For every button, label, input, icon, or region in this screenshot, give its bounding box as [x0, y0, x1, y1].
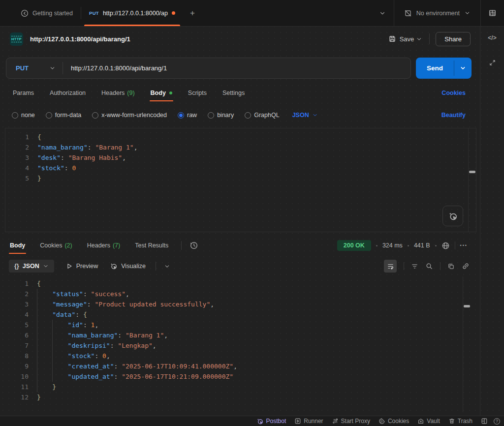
url-builder: PUT http://127.0.0.1:8000/api/barang/1	[6, 58, 411, 79]
statusbar-cookies[interactable]: Cookies	[378, 418, 409, 425]
save-options-button[interactable]	[416, 36, 422, 42]
line-number: 6	[5, 330, 29, 340]
divider	[429, 33, 430, 44]
tab-headers[interactable]: Headers(9)	[100, 83, 136, 103]
runner-label: Runner	[304, 418, 323, 425]
postbot-button[interactable]	[442, 206, 463, 226]
chevron-down-icon[interactable]	[464, 10, 471, 16]
runner-icon	[294, 418, 301, 425]
code-line: 5"id": 1,	[5, 320, 476, 330]
response-history-button[interactable]	[189, 241, 198, 250]
code-snippet-button[interactable]: </>	[488, 34, 496, 41]
tab-scripts[interactable]: Scripts	[187, 83, 208, 103]
environment-selector[interactable]: No environment	[394, 0, 480, 26]
wrap-lines-button[interactable]	[384, 260, 397, 273]
link-button[interactable]	[462, 262, 470, 270]
response-body-code: 1{2"status": "success",3"message": "Prod…	[5, 278, 476, 402]
request-body-editor[interactable]: 1{2"nama_barang": "Barang 1",3"desk": "B…	[5, 128, 476, 232]
send-button[interactable]: Send	[416, 58, 454, 79]
response-actions	[384, 260, 470, 273]
vault-label: Vault	[427, 418, 440, 425]
code-line: 1{	[5, 278, 476, 289]
headers-count: (7)	[113, 242, 120, 249]
tab-test-results[interactable]: Test Results	[134, 236, 169, 255]
url-input[interactable]: http://127.0.0.1:8000/api/barang/1	[71, 64, 167, 72]
environment-label: No environment	[416, 10, 460, 17]
method-select-value[interactable]: PUT	[16, 64, 29, 72]
code-line: 2"status": "success",	[5, 289, 476, 299]
tab-getting-started[interactable]: Getting started	[13, 0, 81, 26]
filter-button[interactable]	[411, 263, 418, 270]
radio-urlencoded[interactable]: x-www-form-urlencoded	[92, 112, 167, 119]
tab-response-headers[interactable]: Headers(7)	[86, 236, 122, 255]
search-icon	[425, 262, 433, 270]
right-sidebar: </>	[480, 27, 504, 416]
dot-separator	[376, 245, 378, 246]
scrollbar-thumb[interactable]	[464, 305, 470, 307]
tab-response-body[interactable]: Body	[9, 236, 26, 255]
dot-separator	[408, 245, 409, 246]
editor-scrollbar[interactable]	[468, 128, 476, 232]
more-actions-button[interactable]: •••	[460, 243, 468, 248]
divider	[181, 241, 182, 250]
response-size[interactable]: 441 B	[414, 242, 430, 249]
tab-request-active[interactable]: PUT http://127.0.0.1:8000/ap	[81, 0, 183, 26]
save-button[interactable]: Save	[388, 35, 414, 43]
response-body-viewer: 1{2"status": "success",3"message": "Prod…	[5, 276, 476, 412]
scrollbar-thumb[interactable]	[469, 171, 475, 173]
send-options-button[interactable]	[454, 58, 472, 79]
radio-none[interactable]: none	[12, 112, 35, 119]
status-badge[interactable]: 200 OK	[337, 240, 371, 251]
response-scrollbar[interactable]	[463, 276, 471, 412]
environment-quick-look-icon	[488, 9, 497, 17]
preview-button[interactable]: Preview	[66, 263, 98, 270]
code-line: 12}	[5, 392, 476, 402]
statusbar-vault[interactable]: Vault	[417, 418, 440, 425]
radio-selected-icon	[178, 112, 184, 119]
line-number: 2	[5, 289, 29, 299]
code-line: 7"deskripsi": "Lengkap",	[5, 340, 476, 351]
code-line: 10"updated_at": "2025-06-17T10:21:09.000…	[5, 371, 476, 382]
chevron-down-icon	[460, 65, 466, 71]
visualize-button[interactable]: Visualize	[110, 262, 146, 270]
statusbar-runner[interactable]: Runner	[294, 418, 323, 425]
new-tab-button[interactable]: +	[183, 0, 202, 26]
network-info-button[interactable]	[441, 242, 450, 250]
dot-separator	[435, 245, 437, 246]
help-icon: ?	[496, 419, 498, 424]
statusbar-postbot[interactable]: Postbot	[256, 418, 286, 425]
tab-settings[interactable]: Settings	[221, 83, 246, 103]
tab-response-cookies[interactable]: Cookies(2)	[39, 236, 73, 255]
beautify-link[interactable]: Beautify	[441, 112, 466, 119]
radio-form-data[interactable]: form-data	[46, 112, 82, 119]
search-button[interactable]	[425, 262, 433, 270]
response-format-select[interactable]: {} JSON	[9, 260, 54, 273]
statusbar-trash[interactable]: Trash	[448, 418, 472, 425]
divider	[156, 262, 156, 271]
plus-icon: +	[190, 8, 195, 18]
copy-button[interactable]	[447, 263, 455, 270]
language-select[interactable]: JSON	[292, 112, 318, 119]
tab-params[interactable]: Params	[12, 83, 35, 103]
environment-quick-look-button[interactable]	[480, 0, 504, 26]
request-title: http://127.0.0.1:8000/api/barang/1	[30, 35, 130, 43]
radio-raw[interactable]: raw	[178, 112, 197, 119]
toggle-panel-button[interactable]	[481, 418, 488, 425]
radio-binary[interactable]: binary	[208, 112, 234, 119]
tab-body[interactable]: Body	[150, 83, 173, 103]
visualize-label: Visualize	[121, 263, 146, 270]
statusbar-start-proxy[interactable]: Start Proxy	[332, 418, 370, 425]
response-time[interactable]: 324 ms	[382, 242, 403, 249]
tab-list-button[interactable]	[371, 0, 394, 26]
view-options-button[interactable]	[164, 263, 170, 270]
share-button[interactable]: Share	[436, 32, 471, 46]
cookies-link[interactable]: Cookies	[441, 90, 466, 96]
radio-graphql[interactable]: GraphQL	[245, 112, 279, 119]
tab-authorization[interactable]: Authorization	[49, 83, 87, 103]
send-button-group: Send	[416, 58, 472, 79]
resize-panes-button[interactable]	[489, 59, 496, 66]
cookies-icon	[378, 418, 385, 425]
method-select-button[interactable]	[49, 65, 56, 71]
chevron-down-icon	[43, 263, 49, 269]
help-button[interactable]: ?	[494, 418, 500, 425]
